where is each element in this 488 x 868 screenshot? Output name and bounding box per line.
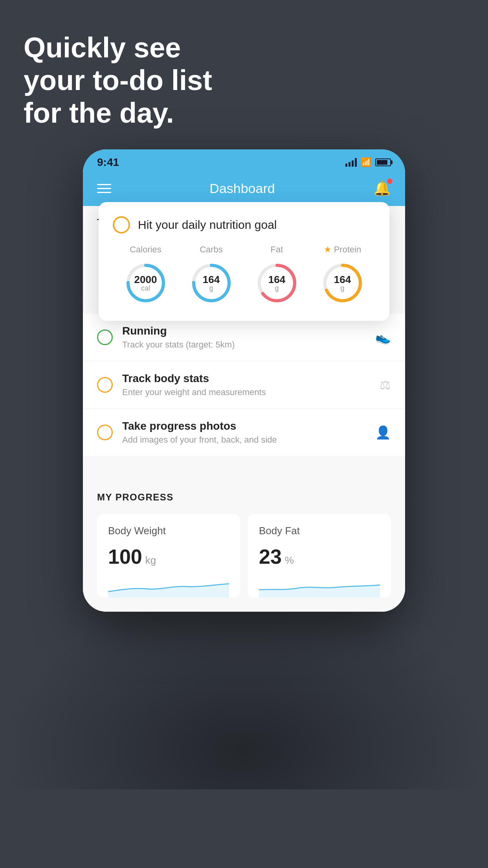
calories-value: 2000 xyxy=(134,274,157,285)
body-stats-text: Track body stats Enter your weight and m… xyxy=(122,372,370,397)
body-weight-chart xyxy=(108,578,229,598)
carbs-item: Carbs 164 g xyxy=(188,245,235,307)
body-weight-value-row: 100 kg xyxy=(108,545,229,568)
todo-list: Running Track your stats (target: 5km) 👟… xyxy=(83,314,405,456)
notification-button[interactable]: 🔔 xyxy=(373,180,391,197)
hero-text: Quickly see your to-do list for the day. xyxy=(24,31,212,129)
wifi-icon: 📶 xyxy=(361,157,371,167)
carbs-circle: 164 g xyxy=(188,259,235,307)
body-fat-value-row: 23 % xyxy=(259,545,380,568)
protein-item: ★ Protein 164 g xyxy=(319,245,366,307)
fat-item: Fat 164 g xyxy=(253,245,301,307)
nutrition-card-header: Hit your daily nutrition goal xyxy=(113,216,375,234)
fat-value: 164 xyxy=(268,274,285,285)
status-bar: 9:41 📶 xyxy=(83,149,405,173)
body-fat-card-title: Body Fat xyxy=(259,525,380,537)
body-stats-title: Track body stats xyxy=(122,372,370,385)
phone-mockup: 9:41 📶 Dashboard 🔔 xyxy=(83,149,405,612)
calories-unit: cal xyxy=(134,285,157,292)
app-title: Dashboard xyxy=(209,181,275,196)
photos-text: Take progress photos Add images of your … xyxy=(122,420,366,445)
running-title: Running xyxy=(122,325,366,337)
body-stats-check-circle xyxy=(97,377,113,393)
body-weight-card-title: Body Weight xyxy=(108,525,229,537)
calories-item: Calories 2000 cal xyxy=(122,245,169,307)
hero-line2: your to-do list xyxy=(24,64,212,97)
status-icons: 📶 xyxy=(345,157,391,167)
progress-section: MY PROGRESS Body Weight 100 kg xyxy=(83,476,405,612)
battery-icon xyxy=(375,158,391,166)
running-text: Running Track your stats (target: 5km) xyxy=(122,325,366,350)
body-stats-subtitle: Enter your weight and measurements xyxy=(122,387,370,397)
star-icon: ★ xyxy=(324,245,332,255)
signal-icon xyxy=(345,158,357,167)
nutrition-card: Hit your daily nutrition goal Calories 2… xyxy=(99,202,389,321)
running-subtitle: Track your stats (target: 5km) xyxy=(122,340,366,350)
hero-line3: for the day. xyxy=(24,97,212,129)
carbs-label: Carbs xyxy=(200,245,223,255)
content-area: THINGS TO DO TODAY Hit your daily nutrit… xyxy=(83,206,405,612)
hero-line1: Quickly see xyxy=(24,31,212,64)
protein-unit: g xyxy=(334,285,351,292)
body-weight-unit: kg xyxy=(145,554,156,566)
photos-subtitle: Add images of your front, back, and side xyxy=(122,435,366,445)
todo-item-running[interactable]: Running Track your stats (target: 5km) 👟 xyxy=(83,314,405,361)
fat-unit: g xyxy=(268,285,285,292)
body-fat-value: 23 xyxy=(259,545,282,568)
calories-circle: 2000 cal xyxy=(122,259,169,307)
nutrition-card-title: Hit your daily nutrition goal xyxy=(138,218,277,232)
todo-item-body-stats[interactable]: Track body stats Enter your weight and m… xyxy=(83,361,405,409)
carbs-unit: g xyxy=(203,285,220,292)
nutrition-check-circle[interactable] xyxy=(113,216,130,234)
progress-title: MY PROGRESS xyxy=(97,492,391,503)
fat-label: Fat xyxy=(271,245,283,255)
nutrition-grid: Calories 2000 cal Carbs xyxy=(113,245,375,307)
notification-badge xyxy=(387,178,393,184)
person-photo-icon: 👤 xyxy=(375,425,391,440)
scale-icon: ⚖ xyxy=(380,377,391,392)
body-fat-card[interactable]: Body Fat 23 % xyxy=(248,514,391,598)
protein-label-row: ★ Protein xyxy=(324,245,361,255)
carbs-value: 164 xyxy=(203,274,220,285)
menu-button[interactable] xyxy=(97,184,111,193)
photos-title: Take progress photos xyxy=(122,420,366,432)
body-weight-card[interactable]: Body Weight 100 kg xyxy=(97,514,240,598)
fat-circle: 164 g xyxy=(253,259,301,307)
calories-label: Calories xyxy=(130,245,161,255)
status-time: 9:41 xyxy=(97,156,119,169)
photos-check-circle xyxy=(97,425,113,440)
todo-item-photos[interactable]: Take progress photos Add images of your … xyxy=(83,409,405,456)
body-weight-value: 100 xyxy=(108,545,142,568)
progress-cards: Body Weight 100 kg xyxy=(97,514,391,598)
app-bar: Dashboard 🔔 xyxy=(83,173,405,206)
protein-value: 164 xyxy=(334,274,351,285)
body-fat-chart xyxy=(259,578,380,598)
protein-circle: 164 g xyxy=(319,259,366,307)
protein-label: Protein xyxy=(334,245,361,255)
body-fat-unit: % xyxy=(285,554,294,566)
running-shoe-icon: 👟 xyxy=(375,330,391,345)
running-check-circle xyxy=(97,329,113,345)
